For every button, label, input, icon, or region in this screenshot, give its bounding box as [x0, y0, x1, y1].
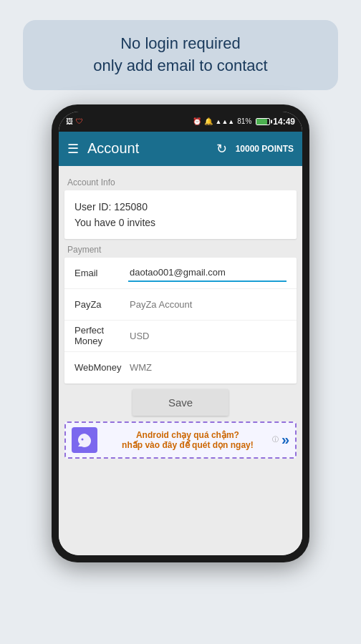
save-btn-wrap: Save	[64, 389, 297, 416]
perfect-money-label: Perfect Money	[74, 325, 128, 346]
status-bar-right: ⏰ 🔔 ▲▲▲ 81% 14:49	[193, 117, 295, 127]
invites-row: You have 0 invites	[74, 215, 287, 230]
payza-input[interactable]	[128, 296, 287, 313]
points-badge: 10000 POINTS	[236, 144, 294, 154]
webmoney-input[interactable]	[128, 359, 287, 376]
perfect-money-row: Perfect Money	[64, 321, 297, 352]
perfect-money-input[interactable]	[128, 328, 287, 344]
banner-line1: No login required	[120, 34, 241, 52]
email-row: Email	[64, 258, 297, 289]
ad-info-icon: ⓘ	[272, 435, 279, 444]
email-label: Email	[74, 268, 128, 278]
ad-text: Android chạy quá chậm?nhấp vào đây để qu…	[103, 430, 272, 450]
payment-card: Email PayZa Perfect Money WebMoney	[64, 258, 297, 384]
email-input[interactable]	[128, 264, 287, 282]
status-bar: 🖼 🛡 ⏰ 🔔 ▲▲▲ 81% 14:49	[59, 112, 302, 132]
svg-point-0	[82, 438, 84, 440]
ad-icon	[72, 427, 97, 453]
payment-label: Payment	[67, 245, 294, 255]
shield-icon: 🛡	[76, 117, 83, 125]
ad-banner[interactable]: Android chạy quá chậm?nhấp vào đây để qu…	[64, 421, 297, 459]
app-bar-title: Account	[87, 140, 216, 157]
battery-text: 81%	[237, 117, 251, 125]
user-id-row: User ID: 125080	[74, 199, 287, 215]
phone-screen: 🖼 🛡 ⏰ 🔔 ▲▲▲ 81% 14:49 ☰ Account ↻ 10000 …	[59, 112, 302, 555]
webmoney-row: WebMoney	[64, 352, 297, 384]
top-banner: No login required only add email to cont…	[23, 20, 338, 90]
account-info-card: User ID: 125080 You have 0 invites	[64, 190, 297, 239]
signal-icon: ▲▲▲	[216, 118, 235, 125]
hamburger-icon[interactable]: ☰	[67, 141, 79, 157]
webmoney-label: WebMoney	[74, 362, 128, 373]
ad-arrow-icon[interactable]: »	[281, 431, 289, 448]
payza-label: PayZa	[74, 299, 128, 310]
save-button[interactable]: Save	[133, 389, 228, 416]
battery-fill	[256, 119, 266, 125]
alarm-icon: ⏰	[193, 117, 201, 125]
content-area: Account Info User ID: 125080 You have 0 …	[59, 166, 302, 555]
banner-line2: only add email to contact	[93, 57, 267, 74]
phone-frame: 🖼 🛡 ⏰ 🔔 ▲▲▲ 81% 14:49 ☰ Account ↻ 10000 …	[52, 104, 309, 562]
banner-text: No login required only add email to cont…	[40, 33, 321, 77]
account-info-label: Account Info	[67, 177, 294, 187]
app-bar: ☰ Account ↻ 10000 POINTS	[59, 132, 302, 166]
status-bar-left: 🖼 🛡	[66, 117, 83, 125]
refresh-icon[interactable]: ↻	[216, 141, 227, 157]
bird-icon	[76, 431, 93, 449]
payza-row: PayZa	[64, 289, 297, 321]
status-time: 14:49	[273, 117, 295, 127]
battery-icon	[256, 118, 270, 125]
screenshot-icon: 🖼	[66, 117, 73, 125]
notification-icon: 🔔	[204, 117, 213, 125]
